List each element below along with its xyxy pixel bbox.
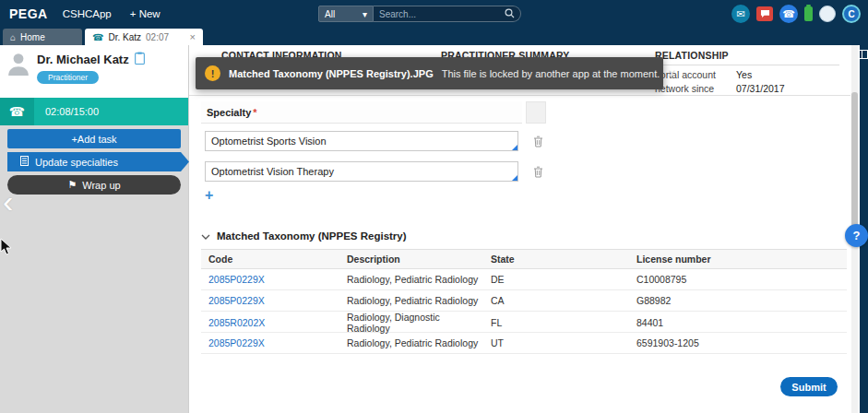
table-row: 2085P0229X Radiology, Pediatric Radiolog… [201,290,847,312]
relationship-value: 07/31/2017 [736,83,785,94]
tab-active-label: Dr. Katz [108,32,141,42]
combo-corner-icon [512,175,517,181]
specialty-combobox-2[interactable] [205,161,518,182]
relationship-details: portal account Yes network since 07/31/2… [655,69,844,97]
scrollbar-thumb[interactable] [851,92,858,240]
search-scope-value: All [325,9,335,19]
table-row: 2085P0229X Radiology, Pediatric Radiolog… [201,333,847,354]
chevron-down-icon [201,230,210,242]
specialty-row-1 [205,131,545,151]
practitioner-name-text: Dr. Michael Katz [37,53,129,66]
taxonomy-table: Code Description State License number 20… [201,249,847,354]
wrap-up-label: Wrap up [82,180,120,191]
col-header-code: Code [201,254,339,265]
taxonomy-description: Radiology, Pediatric Radiology [339,295,483,306]
flag-icon: ⚑ [67,179,77,191]
matched-taxonomy-section-header[interactable]: Matched Taxonomy (NPPES Registry) [201,230,407,242]
app-window: PEGA CSHCApp + New All ▾ ✉ ☎ C [0,0,868,413]
update-specialties-label: Update specialties [35,157,118,168]
warning-icon: ! [205,65,220,81]
phone-icon[interactable]: ☎ [779,5,798,23]
user-avatar[interactable]: C [842,5,861,23]
person-avatar-icon [7,52,30,77]
expand-panel-icon[interactable] [859,50,868,61]
taxonomy-license: G88982 [629,295,847,306]
list-icon [20,156,29,168]
call-timer-band: ☎ 02:08/15:00 [0,98,188,125]
taxonomy-table-header-row: Code Description State License number [201,249,847,269]
taxonomy-state: UT [483,337,629,348]
taxonomy-state: DE [483,274,629,285]
main-content: CONTACT INFORMATION PRACTITIONER SUMMARY… [189,44,850,413]
toast-title: Matched Taxonomy (NPPES Registry).JPG [229,68,434,79]
specialties-form: Specialty * [189,96,850,413]
tab-home[interactable]: ⌂ Home [3,29,82,45]
taxonomy-license: C10008795 [629,274,847,285]
table-row: 2085R0202X Radiology, Diagnostic Radiolo… [201,312,847,333]
tab-dr-katz[interactable]: ☎ Dr. Katz 02:07 × [85,29,203,45]
submit-button[interactable]: Submit [780,377,838,396]
taxonomy-code-link[interactable]: 2085P0229X [201,295,339,306]
tab-close-icon[interactable]: × [190,31,196,42]
mail-icon[interactable]: ✉ [731,5,750,23]
toast-close-icon[interactable]: ✕ [660,67,676,80]
specialty-input-2[interactable] [205,161,518,182]
specialty-label: Specialty * [201,101,522,124]
clipboard-icon[interactable] [135,52,145,67]
taxonomy-description: Radiology, Pediatric Radiology [339,337,483,348]
taxonomy-description: Radiology, Pediatric Radiology [339,274,483,285]
practitioner-card: Dr. Michael Katz Practitioner [0,45,188,98]
help-button[interactable]: ? [845,224,868,247]
practitioner-name: Dr. Michael Katz [37,52,145,67]
search-box [374,6,521,22]
taxonomy-code-link[interactable]: 2085P0229X [201,337,339,348]
specialty-combobox-1[interactable] [205,131,518,151]
file-locked-toast: ! Matched Taxonomy (NPPES Registry).JPG … [196,57,663,89]
taxonomy-license: 84401 [629,317,847,328]
chat-icon[interactable] [756,6,773,21]
toast-message: This file is locked by another app at th… [442,68,660,79]
app-name[interactable]: CSHCApp [63,8,112,19]
taxonomy-state: FL [483,317,629,328]
search-input[interactable] [379,9,505,19]
caret-down-icon: ▾ [363,9,367,19]
status-icon[interactable] [819,6,836,22]
taxonomy-code-link[interactable]: 2085R0202X [201,317,339,328]
search-icon[interactable] [505,8,515,20]
update-specialties-button[interactable]: Update specialties [7,152,189,171]
wrap-up-button[interactable]: ⚑ Wrap up [7,175,181,195]
add-task-button[interactable]: +Add task [7,129,181,148]
top-bar-icons: ✉ ☎ C [731,4,861,24]
table-row: 2085P0229X Radiology, Pediatric Radiolog… [201,269,847,290]
taxonomy-description: Radiology, Diagnostic Radiology [339,312,483,334]
right-panel-strip[interactable] [860,28,868,413]
tab-call-time: 02:07 [146,32,169,42]
search-scope-select[interactable]: All ▾ [318,6,374,22]
call-timer: 02:08/15:00 [45,106,99,117]
specialty-row-2 [205,161,545,182]
top-bar: PEGA CSHCApp + New All ▾ ✉ ☎ C [0,0,868,28]
specialty-field-group: Specialty * [201,101,546,124]
taxonomy-state: CA [483,295,629,306]
add-specialty-icon[interactable]: + [205,188,213,203]
relationship-row: portal account Yes [655,69,844,80]
combo-corner-icon [512,145,517,150]
delete-specialty-1-icon[interactable] [530,134,545,148]
specialty-input-1[interactable] [205,131,518,151]
call-icon: ☎ [92,32,103,42]
tab-bar: ⌂ Home ☎ Dr. Katz 02:07 × [0,28,868,45]
sidebar-collapse-chevron-icon[interactable]: ‹ [3,185,13,217]
taxonomy-code-link[interactable]: 2085P0229X [201,274,339,285]
left-sidebar: Dr. Michael Katz Practitioner ☎ 02:08/15… [0,45,189,413]
col-header-description: Description [339,254,483,265]
matched-taxonomy-title: Matched Taxonomy (NPPES Registry) [217,230,407,242]
tab-home-label: Home [20,32,45,42]
pega-logo: PEGA [9,6,48,21]
taxonomy-license: 6591903-1205 [629,337,847,348]
call-phone-icon[interactable]: ☎ [0,98,34,125]
col-header-license: License number [629,254,847,265]
delete-specialty-2-icon[interactable] [530,164,545,179]
new-button[interactable]: + New [130,8,161,19]
global-search: All ▾ [318,6,521,22]
required-asterisk: * [253,107,256,118]
